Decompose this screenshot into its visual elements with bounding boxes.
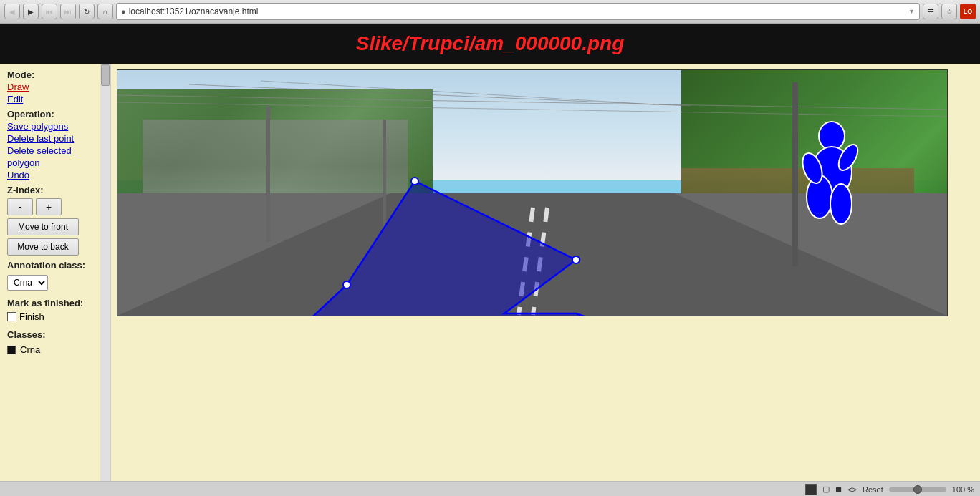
reset-label[interactable]: Reset	[863, 485, 883, 494]
dropdown-icon: ▼	[908, 8, 915, 15]
browser-chrome: ◀ ▶ ⏮ ⏭ ↻ ⌂ ● localhost:13521/oznacavanj…	[0, 0, 980, 24]
save-polygons-link[interactable]: Save polygons	[7, 121, 103, 132]
browser-toolbar: ◀ ▶ ⏮ ⏭ ↻ ⌂ ● localhost:13521/oznacavanj…	[0, 0, 980, 23]
status-square	[805, 484, 817, 495]
address-bar[interactable]: ● localhost:13521/oznacavanje.html ▼	[116, 3, 920, 20]
status-code-icon: <>	[847, 485, 857, 494]
browser-extras: ☰ ☆ LO	[923, 4, 976, 19]
finish-label: Finish	[19, 311, 44, 322]
status-bar: ▢ ◼ <> Reset 100 %	[0, 481, 980, 496]
sidebar: Mode: Draw Edit Operation: Save polygons…	[0, 64, 111, 481]
canvas-area	[111, 64, 980, 481]
home-button[interactable]: ⌂	[97, 4, 113, 19]
image-container	[117, 69, 948, 316]
back-button[interactable]: ◀	[4, 4, 20, 19]
svg-line-5	[533, 208, 547, 315]
edit-link[interactable]: Edit	[7, 94, 103, 104]
bookmark-button[interactable]: ☰	[923, 4, 938, 19]
annotation-class-select[interactable]: Crna	[7, 275, 48, 291]
svg-point-15	[830, 184, 852, 224]
delete-last-point-link[interactable]: Delete last point	[7, 133, 103, 144]
extension-logo[interactable]: LO	[960, 4, 976, 19]
move-to-back-button[interactable]: Move to back	[7, 238, 79, 256]
star-button[interactable]: ☆	[941, 4, 957, 19]
zoom-slider[interactable]	[889, 487, 946, 492]
annotation-class-label: Annotation class:	[7, 260, 103, 271]
z-index-controls: - +	[7, 198, 103, 215]
address-text: localhost:13521/oznacavanje.html	[129, 6, 905, 16]
skip-forward-button[interactable]: ⏭	[60, 4, 76, 19]
class-name-crna: Crna	[20, 344, 40, 355]
finish-checkbox[interactable]	[7, 312, 16, 321]
draw-link[interactable]: Draw	[7, 82, 103, 92]
svg-line-2	[189, 84, 691, 106]
class-color-crna	[7, 346, 16, 354]
finish-container: Finish	[7, 311, 103, 322]
delete-selected-link[interactable]: Delete selected	[7, 145, 103, 156]
street-scene[interactable]	[117, 69, 948, 316]
skip-back-button[interactable]: ⏮	[42, 4, 57, 19]
zoom-thumb[interactable]	[913, 485, 922, 494]
status-image-icon: ◼	[835, 485, 842, 494]
classes-label: Classes:	[7, 329, 103, 340]
mark-finished-label: Mark as finished:	[7, 298, 103, 308]
polygon-link[interactable]: polygon	[7, 157, 103, 168]
forward-button[interactable]: ▶	[23, 4, 39, 19]
security-icon: ●	[121, 7, 126, 16]
status-page-icon: ▢	[822, 485, 830, 494]
page-title: Slike/Trupci/am_000000.png	[356, 32, 625, 54]
reload-button[interactable]: ↻	[79, 4, 95, 19]
z-plus-button[interactable]: +	[36, 198, 62, 215]
scrollbar-thumb[interactable]	[101, 64, 110, 86]
undo-link[interactable]: Undo	[7, 170, 103, 180]
svg-line-4	[519, 208, 533, 315]
mode-label: Mode:	[7, 69, 103, 80]
main-layout: Mode: Draw Edit Operation: Save polygons…	[0, 64, 980, 481]
z-minus-button[interactable]: -	[7, 198, 33, 215]
class-item-crna: Crna	[7, 344, 103, 355]
page-title-bar: Slike/Trupci/am_000000.png	[0, 24, 980, 64]
operation-label: Operation:	[7, 109, 103, 120]
person-silhouette	[799, 115, 864, 240]
z-index-label: Z-index:	[7, 185, 103, 195]
classes-section: Classes: Crna	[7, 329, 103, 355]
zoom-level: 100 %	[952, 485, 974, 494]
scrollbar-track[interactable]	[100, 64, 110, 481]
move-to-front-button[interactable]: Move to front	[7, 218, 79, 235]
